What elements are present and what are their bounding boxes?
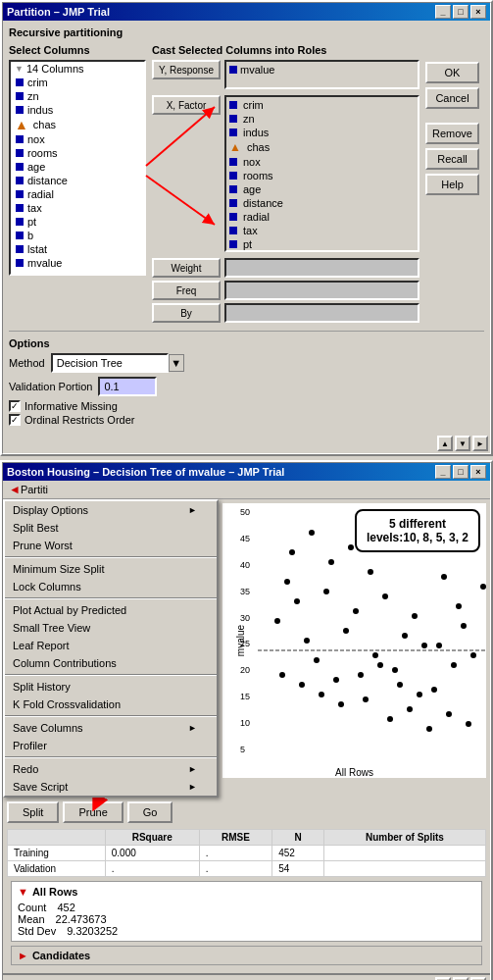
svg-point-17 — [412, 613, 418, 619]
col-header-rsquare: RSquare — [105, 830, 199, 846]
list-item[interactable]: lstat — [11, 242, 144, 256]
list-item[interactable]: radial — [11, 187, 144, 201]
candidates-panel: ► Candidates — [11, 946, 482, 965]
help-button[interactable]: Help — [425, 174, 479, 195]
svg-point-34 — [466, 721, 471, 727]
svg-point-32 — [426, 726, 432, 732]
count-value: 452 — [57, 902, 74, 913]
list-item[interactable]: rooms — [11, 146, 144, 160]
w2-max-btn[interactable]: □ — [453, 465, 468, 479]
informative-row: ✓ Informative Missing — [9, 400, 484, 412]
dropdown-arrow-icon[interactable]: ▼ — [169, 354, 184, 372]
decision-tree-window: Boston Housing – Decision Tree of mvalue… — [0, 460, 493, 980]
freq-btn[interactable]: Freq — [152, 281, 221, 300]
list-item[interactable]: age — [11, 160, 144, 174]
window2-title: Boston Housing – Decision Tree of mvalue… — [7, 466, 284, 478]
scroll-right-btn[interactable]: ► — [472, 436, 488, 451]
training-label: Training — [8, 846, 106, 861]
list-item[interactable]: ▲ chas — [11, 117, 144, 132]
recall-button[interactable]: Recall — [425, 148, 479, 170]
list-item[interactable]: b — [11, 229, 144, 242]
main-area: Display Options► Split Best Prune Worst … — [3, 499, 490, 798]
validation-row: Validation . . 54 — [8, 861, 486, 877]
ctx-leaf-report[interactable]: Leaf Report — [5, 637, 217, 654]
ok-button[interactable]: OK — [425, 62, 479, 83]
minimize-btn[interactable]: _ — [435, 5, 451, 19]
method-label: Method — [9, 357, 45, 369]
informative-checkbox[interactable]: ✓ — [9, 400, 21, 412]
svg-point-27 — [328, 559, 334, 565]
list-item[interactable]: zn — [11, 89, 144, 103]
svg-point-40 — [377, 662, 383, 668]
w2-close-btn[interactable]: × — [470, 465, 486, 479]
y-response-btn[interactable]: Y, Response — [152, 60, 221, 79]
x-factor-btn[interactable]: X, Factor — [152, 95, 221, 115]
select-columns-label: Select Columns — [9, 44, 146, 56]
svg-point-8 — [323, 589, 329, 594]
ctx-lock-columns[interactable]: Lock Columns — [5, 578, 217, 595]
columns-listbox[interactable]: ▼ 14 Columns crim zn indus ▲ chas nox ro… — [9, 60, 146, 276]
col-header-rmse: RMSE — [199, 830, 271, 846]
subtitle: Recursive partitioning — [9, 26, 484, 38]
training-n: 452 — [272, 846, 324, 861]
close-btn[interactable]: × — [470, 5, 486, 19]
scroll-down-btn[interactable]: ▼ — [455, 436, 470, 451]
weight-btn[interactable]: Weight — [152, 258, 221, 278]
list-item[interactable]: distance — [11, 174, 144, 187]
svg-point-12 — [363, 696, 369, 702]
ctx-column-contrib[interactable]: Column Contributions — [5, 654, 217, 672]
ctx-prune-worst[interactable]: Prune Worst — [5, 537, 217, 554]
ctx-save-columns[interactable]: Save Columns► — [5, 719, 217, 737]
list-item[interactable]: tax — [11, 201, 144, 215]
ctx-small-tree[interactable]: Small Tree View — [5, 619, 217, 637]
svg-point-14 — [382, 593, 388, 599]
ctx-redo[interactable]: Redo► — [5, 760, 217, 778]
list-item[interactable]: mvalue — [11, 256, 144, 270]
ctx-display-options[interactable]: Display Options► — [5, 501, 217, 519]
ctx-plot-actual[interactable]: Plot Actual by Predicted — [5, 601, 217, 619]
list-item[interactable]: indus — [11, 103, 144, 117]
list-item[interactable]: crim — [11, 76, 144, 89]
svg-point-41 — [397, 682, 403, 688]
triangle-icon: ▼ — [18, 886, 28, 898]
col-header-empty — [8, 830, 106, 846]
select-columns-section: Select Columns ▼ 14 Columns crim zn indu… — [9, 44, 146, 323]
w2-min-btn[interactable]: _ — [435, 465, 451, 479]
factor-item: pt — [229, 237, 415, 251]
freq-listbox[interactable] — [224, 281, 419, 300]
ctx-min-size[interactable]: Minimum Size Split — [5, 560, 217, 578]
validation-input[interactable]: 0.1 — [98, 377, 157, 396]
weight-listbox[interactable] — [224, 258, 419, 278]
list-item[interactable]: pt — [11, 215, 144, 229]
list-item[interactable]: nox — [11, 132, 144, 146]
svg-point-21 — [451, 662, 457, 668]
ordinal-checkbox[interactable]: ✓ — [9, 414, 21, 426]
col-header-n: N — [272, 830, 324, 846]
by-listbox[interactable] — [224, 303, 419, 323]
remove-button[interactable]: Remove — [425, 123, 479, 144]
ctx-profiler[interactable]: Profiler — [5, 737, 217, 754]
title-bar: Partition – JMP Trial _ □ × — [3, 3, 490, 21]
ctx-kfold[interactable]: K Fold Crossvalidation — [5, 696, 217, 713]
maximize-btn[interactable]: □ — [453, 5, 468, 19]
split-btn[interactable]: Split — [7, 801, 59, 823]
scroll-up-btn[interactable]: ▲ — [437, 436, 453, 451]
svg-point-31 — [407, 706, 413, 712]
method-dropdown[interactable]: Decision Tree — [51, 353, 169, 373]
svg-point-42 — [417, 692, 422, 697]
freq-row: Freq — [152, 281, 419, 300]
svg-point-10 — [343, 628, 349, 634]
y-response-listbox[interactable]: mvalue — [224, 60, 419, 89]
ctx-split-best[interactable]: Split Best — [5, 519, 217, 537]
cancel-button[interactable]: Cancel — [425, 87, 479, 109]
svg-point-18 — [421, 643, 427, 648]
x-factor-listbox[interactable]: crim zn indus ▲chas nox rooms age distan… — [224, 95, 419, 252]
svg-point-13 — [372, 652, 378, 658]
by-btn[interactable]: By — [152, 303, 221, 323]
window-inner: Partition – JMP Trial _ □ × Recursive pa… — [2, 2, 491, 454]
ctx-save-script[interactable]: Save Script► — [5, 778, 217, 796]
ctx-split-history[interactable]: Split History — [5, 678, 217, 696]
title-bar-buttons: _ □ × — [435, 5, 486, 19]
svg-point-9 — [333, 677, 339, 683]
svg-point-23 — [470, 652, 476, 658]
